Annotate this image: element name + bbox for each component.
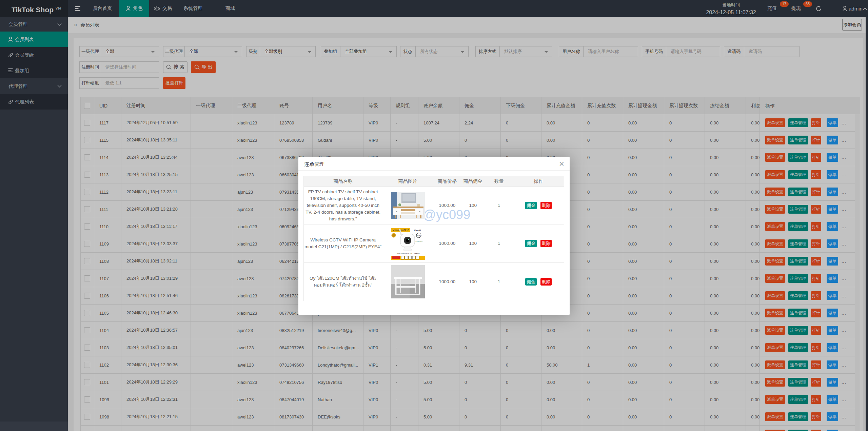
- svg-text:2MP Indoor IP PT Camera: 2MP Indoor IP PT Camera: [396, 252, 420, 255]
- svg-text:Vstarcam C21S: Vstarcam C21S: [393, 229, 409, 231]
- svg-text:Vstarcam: Vstarcam: [415, 240, 422, 242]
- svg-text:Onvif: Onvif: [414, 229, 421, 232]
- svg-text:2MP: 2MP: [416, 235, 420, 237]
